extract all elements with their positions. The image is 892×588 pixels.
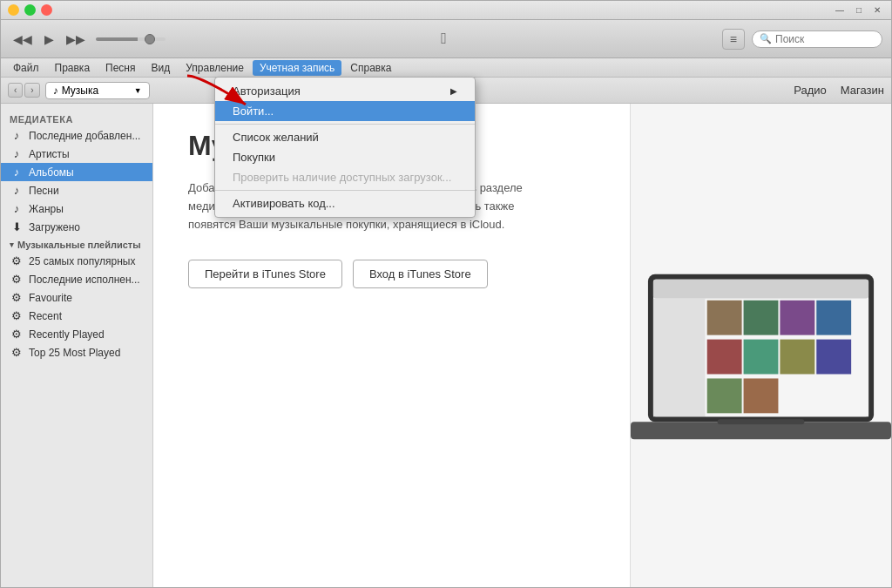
volume-slider[interactable]: [96, 37, 166, 41]
content-buttons: Перейти в iTunes Store Вход в iTunes Sto…: [188, 260, 595, 288]
sidebar-label-recently-played-2: Recently Played: [29, 328, 144, 341]
sidebar-item-recently-played-2[interactable]: ⚙ Recently Played: [1, 325, 152, 343]
search-input[interactable]: [775, 33, 875, 45]
sidebar-label-downloaded: Загружено: [29, 221, 144, 233]
gear-icon-6: ⚙: [10, 346, 24, 359]
playlists-section-title[interactable]: ▾ Музыкальные плейлисты: [1, 236, 152, 252]
search-icon: 🔍: [760, 33, 772, 44]
sidebar-label-songs: Песни: [29, 185, 144, 197]
music-icon: ♪: [53, 84, 58, 97]
sidebar-label-recently-played-list: Последние исполнен...: [29, 274, 144, 286]
menubar: Файл Правка Песня Вид Управление Учетная…: [1, 58, 891, 78]
fullscreen-button[interactable]: □: [853, 4, 865, 16]
radio-link[interactable]: Радио: [794, 84, 827, 97]
next-button[interactable]: ▶▶: [63, 30, 89, 48]
svg-rect-4: [653, 299, 706, 417]
sidebar-item-artists[interactable]: ♪ Артисты: [1, 145, 152, 163]
title-bar: — □ ✕: [1, 1, 891, 20]
nav-links: Радио Магазин: [794, 84, 884, 97]
chevron-down-icon: ▾: [10, 240, 14, 249]
volume-thumb: [145, 34, 155, 44]
toolbar: ◀◀ ▶ ▶▶  ≡ 🔍: [1, 20, 891, 58]
sidebar-label-recently-added: Последние добавлен...: [29, 130, 144, 142]
sidebar-item-recently-added[interactable]: ♪ Последние добавлен...: [1, 126, 152, 145]
sidebar-item-top25-most[interactable]: ⚙ Top 25 Most Played: [1, 343, 152, 362]
sidebar-item-genres[interactable]: ♪ Жанры: [1, 199, 152, 218]
account-dropdown-menu: Авторизация ▶ Войти... Список желаний По…: [214, 77, 476, 218]
search-box[interactable]: 🔍: [752, 30, 882, 48]
restore-button[interactable]: —: [832, 4, 848, 16]
svg-rect-13: [816, 340, 851, 375]
sidebar-item-downloaded[interactable]: ⬇ Загружено: [1, 218, 152, 236]
album-icon: ♪: [10, 166, 24, 179]
svg-rect-11: [744, 340, 779, 375]
apple-logo: : [172, 30, 715, 48]
login-store-button[interactable]: Вход в iTunes Store: [353, 260, 488, 288]
play-button[interactable]: ▶: [41, 30, 57, 48]
sidebar-item-recent[interactable]: ⚙ Recent: [1, 307, 152, 325]
macbook-image-area: [630, 104, 891, 587]
gear-icon-5: ⚙: [10, 328, 24, 341]
goto-store-button[interactable]: Перейти в iTunes Store: [188, 260, 342, 288]
menu-view[interactable]: Вид: [145, 60, 178, 76]
sidebar-label-top25: 25 самых популярных: [29, 255, 144, 267]
menu-file[interactable]: Файл: [6, 60, 46, 76]
login-label: Войти...: [233, 105, 274, 118]
sidebar-label-artists: Артисты: [29, 148, 144, 160]
maximize-button[interactable]: [24, 4, 36, 16]
list-view-button[interactable]: ≡: [722, 29, 745, 50]
dropdown-item-wishlist[interactable]: Список желаний: [215, 127, 475, 147]
check-downloads-label: Проверить наличие доступных загрузок...: [233, 171, 451, 184]
dropdown-item-purchases[interactable]: Покупки: [215, 147, 475, 167]
menu-help[interactable]: Справка: [343, 60, 398, 76]
menu-account[interactable]: Учетная запись: [253, 60, 341, 76]
menu-edit[interactable]: Правка: [48, 60, 98, 76]
prev-button[interactable]: ◀◀: [10, 30, 36, 48]
location-text: Музыка: [62, 84, 98, 97]
sidebar-item-top25[interactable]: ⚙ 25 самых популярных: [1, 252, 152, 270]
svg-rect-7: [744, 301, 779, 335]
dropdown-item-authorize[interactable]: Авторизация ▶: [215, 81, 475, 101]
sidebar-item-recently-played-list[interactable]: ⚙ Последние исполнен...: [1, 270, 152, 288]
sidebar-label-favourite: Favourite: [29, 292, 144, 304]
dropdown-item-redeem[interactable]: Активировать код...: [215, 193, 475, 213]
gear-icon-1: ⚙: [10, 254, 24, 267]
redeem-label: Активировать код...: [233, 197, 335, 210]
nav-arrows: ‹ ›: [8, 83, 40, 98]
person-icon: ♪: [10, 147, 24, 160]
sidebar-item-albums[interactable]: ♪ Альбомы: [1, 163, 152, 181]
sidebar-item-favourite[interactable]: ⚙ Favourite: [1, 288, 152, 307]
transport-controls: ◀◀ ▶ ▶▶: [10, 30, 89, 48]
genre-icon: ♪: [10, 202, 24, 215]
itunes-window: — □ ✕ ◀◀ ▶ ▶▶  ≡ 🔍 Файл Правка Песня Ви…: [0, 0, 892, 588]
menu-manage[interactable]: Управление: [179, 60, 251, 76]
gear-icon-4: ⚙: [10, 309, 24, 322]
close-window-button[interactable]: ✕: [870, 4, 884, 16]
minimize-button[interactable]: [8, 4, 19, 16]
dropdown-item-check-downloads: Проверить наличие доступных загрузок...: [215, 167, 475, 187]
music-note-icon: ♪: [10, 129, 24, 142]
song-icon: ♪: [10, 184, 24, 197]
dropdown-icon: ▼: [134, 86, 142, 95]
macbook-svg: [631, 240, 891, 587]
sidebar-label-genres: Жанры: [29, 203, 144, 215]
dropdown-item-login[interactable]: Войти...: [215, 101, 475, 121]
svg-rect-10: [707, 340, 742, 375]
forward-button[interactable]: ›: [24, 83, 39, 98]
dropdown-separator-2: [215, 190, 475, 191]
playlists-title: Музыкальные плейлисты: [17, 240, 141, 250]
menu-song[interactable]: Песня: [98, 60, 142, 76]
svg-rect-3: [653, 280, 868, 299]
close-button[interactable]: [41, 4, 52, 16]
wishlist-label: Список желаний: [233, 131, 319, 144]
store-link[interactable]: Магазин: [841, 84, 884, 97]
svg-rect-8: [780, 301, 814, 335]
gear-icon-3: ⚙: [10, 291, 24, 304]
sidebar-item-songs[interactable]: ♪ Песни: [1, 181, 152, 199]
gear-icon-2: ⚙: [10, 273, 24, 286]
svg-rect-17: [718, 420, 805, 425]
download-icon: ⬇: [10, 220, 24, 233]
library-section-title: Медиатека: [1, 111, 152, 126]
dropdown-separator-1: [215, 124, 475, 125]
back-button[interactable]: ‹: [8, 83, 23, 98]
